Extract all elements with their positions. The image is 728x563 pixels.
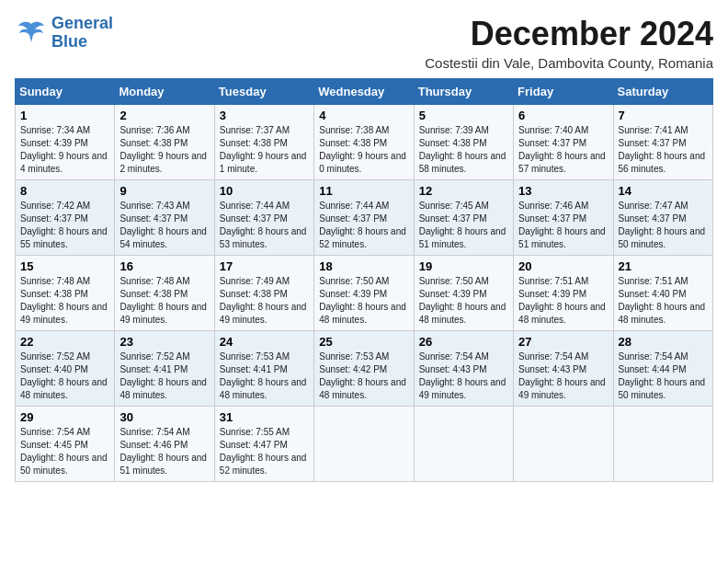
calendar-cell: 27Sunrise: 7:54 AMSunset: 4:43 PMDayligh… — [514, 331, 613, 407]
day-info: Sunrise: 7:44 AMSunset: 4:37 PMDaylight:… — [319, 200, 408, 251]
month-title: December 2024 — [425, 15, 713, 53]
day-info: Sunrise: 7:51 AMSunset: 4:40 PMDaylight:… — [619, 275, 708, 327]
calendar-cell: 30Sunrise: 7:54 AMSunset: 4:46 PMDayligh… — [115, 407, 214, 482]
day-info: Sunrise: 7:46 AMSunset: 4:37 PMDaylight:… — [518, 200, 608, 251]
calendar-cell: 18Sunrise: 7:50 AMSunset: 4:39 PMDayligh… — [314, 256, 414, 331]
calendar-cell — [314, 407, 414, 482]
calendar-cell — [613, 407, 712, 482]
calendar-cell: 9Sunrise: 7:43 AMSunset: 4:37 PMDaylight… — [115, 180, 214, 256]
logo-icon — [15, 17, 48, 50]
calendar-cell: 22Sunrise: 7:52 AMSunset: 4:40 PMDayligh… — [16, 331, 115, 407]
day-number: 11 — [319, 184, 408, 198]
day-number: 31 — [220, 410, 309, 424]
day-info: Sunrise: 7:40 AMSunset: 4:37 PMDaylight:… — [518, 124, 608, 176]
calendar-cell: 13Sunrise: 7:46 AMSunset: 4:37 PMDayligh… — [514, 180, 613, 256]
calendar-cell: 7Sunrise: 7:41 AMSunset: 4:37 PMDaylight… — [613, 105, 712, 180]
day-number: 18 — [319, 259, 408, 273]
day-number: 16 — [119, 259, 209, 273]
calendar-cell: 31Sunrise: 7:55 AMSunset: 4:47 PMDayligh… — [214, 407, 313, 482]
day-number: 7 — [619, 109, 708, 122]
calendar-cell: 6Sunrise: 7:40 AMSunset: 4:37 PMDaylight… — [514, 105, 613, 180]
day-info: Sunrise: 7:37 AMSunset: 4:38 PMDaylight:… — [220, 124, 309, 176]
day-number: 19 — [419, 259, 508, 273]
calendar-cell: 21Sunrise: 7:51 AMSunset: 4:40 PMDayligh… — [613, 256, 712, 331]
calendar-cell: 11Sunrise: 7:44 AMSunset: 4:37 PMDayligh… — [314, 180, 414, 256]
day-info: Sunrise: 7:48 AMSunset: 4:38 PMDaylight:… — [20, 275, 109, 327]
day-info: Sunrise: 7:52 AMSunset: 4:41 PMDaylight:… — [119, 350, 209, 402]
day-info: Sunrise: 7:54 AMSunset: 4:44 PMDaylight:… — [619, 350, 708, 402]
calendar-cell: 4Sunrise: 7:38 AMSunset: 4:38 PMDaylight… — [314, 105, 414, 180]
day-number: 21 — [619, 259, 708, 273]
column-header-saturday: Saturday — [613, 79, 712, 105]
logo: General Blue — [15, 15, 113, 52]
calendar-cell: 25Sunrise: 7:53 AMSunset: 4:42 PMDayligh… — [314, 331, 414, 407]
calendar-week-row: 22Sunrise: 7:52 AMSunset: 4:40 PMDayligh… — [16, 331, 713, 407]
calendar-cell: 26Sunrise: 7:54 AMSunset: 4:43 PMDayligh… — [414, 331, 513, 407]
day-number: 26 — [419, 335, 508, 349]
day-number: 2 — [119, 109, 209, 122]
day-number: 29 — [20, 410, 109, 424]
calendar-table: SundayMondayTuesdayWednesdayThursdayFrid… — [15, 78, 713, 482]
day-info: Sunrise: 7:53 AMSunset: 4:42 PMDaylight:… — [319, 350, 408, 402]
day-number: 17 — [220, 259, 309, 273]
calendar-cell: 12Sunrise: 7:45 AMSunset: 4:37 PMDayligh… — [414, 180, 513, 256]
calendar-cell: 28Sunrise: 7:54 AMSunset: 4:44 PMDayligh… — [613, 331, 712, 407]
day-number: 12 — [419, 184, 508, 198]
day-number: 6 — [518, 109, 608, 122]
day-info: Sunrise: 7:34 AMSunset: 4:39 PMDaylight:… — [20, 124, 109, 176]
logo-text-line1: General — [51, 15, 113, 33]
day-info: Sunrise: 7:42 AMSunset: 4:37 PMDaylight:… — [20, 200, 109, 251]
day-number: 3 — [220, 109, 309, 122]
day-info: Sunrise: 7:54 AMSunset: 4:43 PMDaylight:… — [518, 350, 608, 402]
column-header-monday: Monday — [115, 79, 214, 105]
title-section: December 2024 Costestii din Vale, Dambov… — [425, 15, 713, 71]
day-number: 28 — [619, 335, 708, 349]
day-info: Sunrise: 7:54 AMSunset: 4:45 PMDaylight:… — [20, 426, 109, 477]
day-number: 27 — [518, 335, 608, 349]
day-info: Sunrise: 7:55 AMSunset: 4:47 PMDaylight:… — [220, 426, 309, 477]
day-info: Sunrise: 7:54 AMSunset: 4:46 PMDaylight:… — [119, 426, 209, 477]
day-number: 10 — [220, 184, 309, 198]
calendar-cell: 16Sunrise: 7:48 AMSunset: 4:38 PMDayligh… — [115, 256, 214, 331]
calendar-cell: 24Sunrise: 7:53 AMSunset: 4:41 PMDayligh… — [214, 331, 313, 407]
day-info: Sunrise: 7:41 AMSunset: 4:37 PMDaylight:… — [619, 124, 708, 176]
day-info: Sunrise: 7:48 AMSunset: 4:38 PMDaylight:… — [119, 275, 209, 327]
day-number: 14 — [619, 184, 708, 198]
column-header-sunday: Sunday — [16, 79, 115, 105]
day-info: Sunrise: 7:50 AMSunset: 4:39 PMDaylight:… — [319, 275, 408, 327]
day-info: Sunrise: 7:49 AMSunset: 4:38 PMDaylight:… — [220, 275, 309, 327]
day-info: Sunrise: 7:39 AMSunset: 4:38 PMDaylight:… — [419, 124, 508, 176]
day-info: Sunrise: 7:54 AMSunset: 4:43 PMDaylight:… — [419, 350, 508, 402]
calendar-cell: 10Sunrise: 7:44 AMSunset: 4:37 PMDayligh… — [214, 180, 313, 256]
day-number: 24 — [220, 335, 309, 349]
calendar-cell: 17Sunrise: 7:49 AMSunset: 4:38 PMDayligh… — [214, 256, 313, 331]
day-info: Sunrise: 7:45 AMSunset: 4:37 PMDaylight:… — [419, 200, 508, 251]
calendar-cell: 23Sunrise: 7:52 AMSunset: 4:41 PMDayligh… — [115, 331, 214, 407]
day-info: Sunrise: 7:51 AMSunset: 4:39 PMDaylight:… — [518, 275, 608, 327]
day-number: 1 — [20, 109, 109, 122]
day-number: 22 — [20, 335, 109, 349]
day-info: Sunrise: 7:36 AMSunset: 4:38 PMDaylight:… — [119, 124, 209, 176]
page-header: General Blue December 2024 Costestii din… — [15, 15, 713, 71]
day-number: 13 — [518, 184, 608, 198]
column-header-wednesday: Wednesday — [314, 79, 414, 105]
calendar-week-row: 15Sunrise: 7:48 AMSunset: 4:38 PMDayligh… — [16, 256, 713, 331]
calendar-cell — [514, 407, 613, 482]
calendar-week-row: 29Sunrise: 7:54 AMSunset: 4:45 PMDayligh… — [16, 407, 713, 482]
calendar-header-row: SundayMondayTuesdayWednesdayThursdayFrid… — [16, 79, 713, 105]
day-number: 5 — [419, 109, 508, 122]
day-number: 15 — [20, 259, 109, 273]
day-info: Sunrise: 7:38 AMSunset: 4:38 PMDaylight:… — [319, 124, 408, 176]
day-number: 9 — [119, 184, 209, 198]
column-header-thursday: Thursday — [414, 79, 513, 105]
location-text: Costestii din Vale, Dambovita County, Ro… — [425, 55, 713, 71]
calendar-cell: 2Sunrise: 7:36 AMSunset: 4:38 PMDaylight… — [115, 105, 214, 180]
calendar-week-row: 1Sunrise: 7:34 AMSunset: 4:39 PMDaylight… — [16, 105, 713, 180]
day-info: Sunrise: 7:50 AMSunset: 4:39 PMDaylight:… — [419, 275, 508, 327]
logo-text-line2: Blue — [51, 33, 113, 52]
day-info: Sunrise: 7:52 AMSunset: 4:40 PMDaylight:… — [20, 350, 109, 402]
day-number: 25 — [319, 335, 408, 349]
day-number: 4 — [319, 109, 408, 122]
day-number: 30 — [119, 410, 209, 424]
calendar-cell: 8Sunrise: 7:42 AMSunset: 4:37 PMDaylight… — [16, 180, 115, 256]
